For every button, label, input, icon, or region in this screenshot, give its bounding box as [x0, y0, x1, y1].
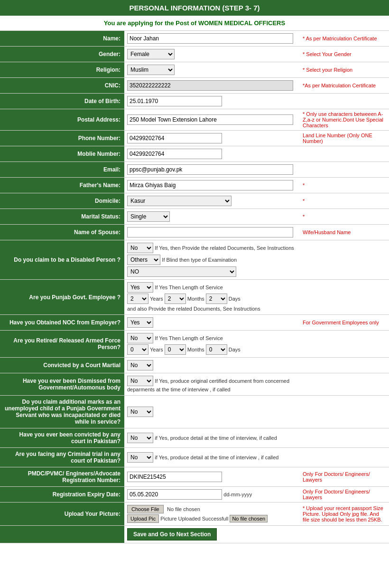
page-title: PERSONAL INFORMATION (STEP 3- 7): [0, 0, 389, 16]
save-hint: [300, 526, 389, 543]
marital-hint: *: [300, 209, 389, 225]
criminal-select[interactable]: No Yes: [127, 452, 153, 463]
disabled-label: Do you claim to be a Disabled Person ?: [0, 240, 124, 280]
email-hint: [300, 162, 389, 178]
marital-select[interactable]: Single Married Divorced Widowed: [127, 211, 170, 222]
mobile-input[interactable]: [127, 149, 222, 159]
post-title: You are applying for the Post of WOMEN M…: [0, 16, 389, 31]
criminal-text: if Yes, produce detail at the time of in…: [155, 455, 278, 460]
court-martial-input-cell: No Yes: [124, 358, 300, 373]
reg-expiry-hint: Only For Doctors/ Engineers/ Lawyers: [300, 487, 389, 503]
upload-success-text: Picture Uploaded Successfull: [160, 516, 228, 522]
punjab-emp-text: If Yes Then Length of Service: [155, 285, 223, 290]
noc-label: Have you Obtained NOC from Employer?: [0, 315, 124, 331]
no-file-chosen-button[interactable]: No file chosen: [230, 515, 268, 522]
upload-input-cell: Choose File No file chosen Upload Pic Pi…: [124, 503, 300, 526]
disabled-hint: [300, 240, 389, 280]
punjab-days-select[interactable]: 2013: [206, 294, 227, 304]
fathers-input-cell: [124, 178, 300, 193]
retired-yesno-select[interactable]: No Yes: [127, 333, 153, 343]
punjab-text2: and also Provide the related Documents, …: [127, 306, 260, 312]
punjab-months-select[interactable]: 2013: [165, 294, 186, 304]
noc-hint: For Government Employees only: [300, 315, 389, 331]
punjab-emp-yesno-select[interactable]: Yes No: [127, 282, 153, 293]
spouse-hint: Wife/Husband Name: [300, 225, 389, 240]
religion-select[interactable]: Muslim Non-Muslim: [127, 65, 175, 75]
name-input-cell: [124, 31, 300, 47]
religion-hint: * Select your Religion: [300, 62, 389, 78]
gender-label: Gender:: [0, 47, 124, 62]
convicted-text: if Yes, produce detail at the time of in…: [155, 435, 277, 441]
reg-expiry-input[interactable]: [127, 489, 222, 500]
gender-input-cell: Female Male: [124, 47, 300, 62]
gender-select[interactable]: Female Male: [127, 49, 175, 59]
dismissed-select[interactable]: No Yes: [127, 376, 153, 386]
upload-label: Upload Your Picture:: [0, 503, 124, 526]
dob-input[interactable]: [127, 96, 222, 106]
no-file-text: No file chosen: [167, 506, 200, 512]
retired-years-select[interactable]: 012: [127, 344, 148, 355]
disabled-blind-select[interactable]: NO: [127, 266, 236, 277]
fathers-hint: *: [300, 178, 389, 193]
religion-input-cell: Muslim Non-Muslim: [124, 62, 300, 78]
noc-select[interactable]: Yes No: [127, 317, 153, 328]
criminal-hint: [300, 448, 389, 467]
punjab-emp-label: Are you Punjab Govt. Employee ?: [0, 280, 124, 315]
domicile-input-cell: Kasur: [124, 193, 300, 209]
gender-hint: * Select Your Gender: [300, 47, 389, 62]
reg-expiry-label: Registration Expiry Date:: [0, 487, 124, 503]
cnic-input[interactable]: [127, 80, 293, 91]
unemployed-select[interactable]: No Yes: [127, 407, 153, 417]
name-input[interactable]: [127, 33, 293, 44]
disabled-others-select[interactable]: Others: [127, 255, 160, 265]
marital-input-cell: Single Married Divorced Widowed: [124, 209, 300, 225]
reg-expiry-format: dd-mm-yyyy: [223, 492, 252, 497]
dob-label: Date of Birth:: [0, 94, 124, 109]
pmdc-input[interactable]: [127, 472, 222, 482]
save-input-cell: Save and Go to Next Section: [124, 526, 300, 543]
punjab-years-label: Years: [150, 296, 163, 302]
religion-label: Religion:: [0, 62, 124, 78]
fathers-input[interactable]: [127, 180, 293, 190]
retired-months-select[interactable]: 012: [165, 344, 186, 355]
criminal-input-cell: No Yes if Yes, produce detail at the tim…: [124, 448, 300, 467]
spouse-input[interactable]: [127, 227, 293, 237]
punjab-days-label: Days: [229, 296, 241, 302]
domicile-label: Domicile:: [0, 193, 124, 209]
phone-input[interactable]: [127, 133, 222, 143]
domicile-select[interactable]: Kasur: [127, 196, 232, 206]
dob-input-cell: [124, 94, 300, 109]
disabled-input-cell: No Yes If Yes, then Provide the related …: [124, 240, 300, 280]
fathers-label: Father's Name:: [0, 178, 124, 193]
unemployed-input-cell: No Yes: [124, 396, 300, 428]
phone-label: Phone Number:: [0, 131, 124, 146]
dismissed-input-cell: No Yes If Yes, produce original certifie…: [124, 373, 300, 396]
retired-hint: [300, 331, 389, 358]
email-input[interactable]: [127, 164, 293, 175]
email-label: Email:: [0, 162, 124, 178]
disabled-text1: If Yes, then Provide the related Documen…: [155, 245, 294, 251]
disabled-text2: If Blind then type of Examination: [162, 257, 237, 263]
dismissed-hint: [300, 373, 389, 396]
punjab-years-select[interactable]: 2013: [127, 294, 148, 304]
pmdc-hint: Only For Doctors/ Engineers/ Lawyers: [300, 467, 389, 487]
postal-label: Postal Address:: [0, 109, 124, 131]
spouse-label: Name of Spouse:: [0, 225, 124, 240]
name-label: Name:: [0, 31, 124, 47]
convicted-hint: [300, 428, 389, 448]
unemployed-hint: [300, 396, 389, 428]
disabled-yesno-select[interactable]: No Yes: [127, 243, 153, 253]
retired-input-cell: No Yes If Yes Then Length of Service 012…: [124, 331, 300, 358]
email-input-cell: [124, 162, 300, 178]
name-hint: * As per Matriculation Certificate: [300, 31, 389, 47]
choose-file-button[interactable]: Choose File: [127, 505, 164, 513]
retired-months-label: Months: [187, 347, 204, 352]
court-martial-select[interactable]: No Yes: [127, 360, 153, 370]
save-button[interactable]: Save and Go to Next Section: [127, 528, 217, 541]
postal-input[interactable]: [127, 114, 293, 125]
save-label-cell: [0, 526, 124, 543]
retired-days-select[interactable]: 012: [206, 344, 227, 355]
upload-pic-button[interactable]: Upload Pic: [127, 514, 159, 523]
convicted-select[interactable]: No Yes: [127, 433, 153, 443]
upload-hint: * Upload your recent passport Size Pictu…: [300, 503, 389, 526]
